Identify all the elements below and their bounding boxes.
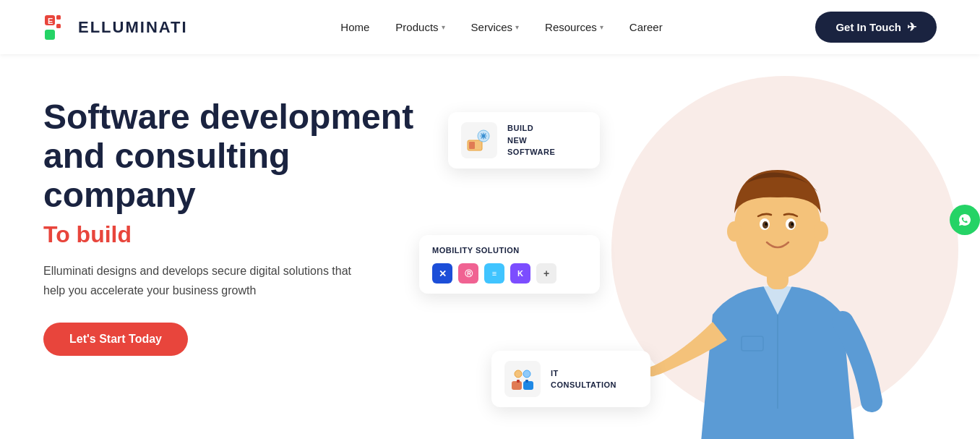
hero-title: Software development and consulting comp…: [43, 98, 434, 214]
hero-person-image: [640, 90, 915, 439]
whatsapp-icon: [955, 210, 974, 229]
nav-link-products[interactable]: Products ▾: [395, 21, 444, 33]
card-build-software: BUILDNEWSOFTWARE: [448, 112, 600, 169]
more-icon: +: [536, 263, 556, 284]
mobility-solution-label: MOBILITY SOLUTION: [432, 245, 520, 256]
nav-link-home[interactable]: Home: [340, 21, 369, 33]
svg-point-10: [523, 370, 530, 378]
nav-links: Home Products ▾ Services ▾ Resources ▾ C…: [340, 21, 662, 33]
it-consultation-icon: [504, 361, 541, 397]
card-it-consultation: ITCONSULTATION: [491, 351, 650, 407]
hero-left: Software development and consulting comp…: [43, 90, 434, 356]
chevron-down-icon: ▾: [600, 23, 603, 31]
svg-point-25: [727, 221, 742, 242]
chevron-down-icon: ▾: [515, 23, 519, 31]
svg-rect-1: [56, 15, 61, 20]
card-mobility-solution: MOBILITY SOLUTION ✕ Ⓡ ≡ K: [419, 235, 600, 294]
svg-rect-3: [56, 24, 61, 28]
nav-item-services[interactable]: Services ▾: [471, 21, 520, 33]
get-in-touch-button[interactable]: Get In Touch ✈: [815, 12, 937, 43]
navbar: E ELLUMINATI Home Products ▾ Services ▾ …: [0, 0, 980, 54]
svg-rect-6: [469, 142, 475, 149]
svg-point-9: [515, 370, 522, 378]
hero-section: Software development and consulting comp…: [0, 54, 980, 439]
send-icon: ✈: [907, 20, 916, 34]
chevron-down-icon: ▾: [442, 23, 445, 31]
nav-item-career[interactable]: Career: [629, 21, 663, 33]
svg-point-26: [814, 221, 828, 242]
mobility-icons: ✕ Ⓡ ≡ K +: [432, 263, 556, 284]
logo[interactable]: E ELLUMINATI: [43, 14, 188, 41]
svg-rect-14: [525, 380, 528, 383]
svg-rect-11: [512, 381, 522, 390]
lets-start-button[interactable]: Let's Start Today: [43, 323, 188, 356]
logo-icon: E: [43, 14, 71, 41]
svg-point-8: [482, 135, 485, 137]
nav-item-products[interactable]: Products ▾: [395, 21, 444, 33]
hero-animated-label: To build: [43, 221, 434, 248]
nav-link-career[interactable]: Career: [629, 21, 663, 33]
build-software-label: BUILDNEWSOFTWARE: [507, 122, 555, 158]
svg-point-23: [765, 223, 768, 226]
react-icon: Ⓡ: [458, 263, 478, 284]
nav-link-services[interactable]: Services ▾: [471, 21, 520, 33]
nav-item-home[interactable]: Home: [340, 21, 369, 33]
xcode-icon: ✕: [432, 263, 452, 284]
whatsapp-button[interactable]: [950, 205, 980, 235]
kotlin-icon: K: [510, 263, 530, 284]
hero-right: BUILDNEWSOFTWARE MOBILITY SOLUTION ✕ Ⓡ ≡: [434, 90, 937, 439]
flutter-icon: ≡: [484, 263, 504, 284]
nav-item-resources[interactable]: Resources ▾: [545, 21, 603, 33]
logo-text: ELLUMINATI: [78, 18, 188, 37]
it-consultation-label: ITCONSULTATION: [551, 367, 616, 391]
nav-link-resources[interactable]: Resources ▾: [545, 21, 603, 33]
build-software-icon: [461, 122, 497, 158]
svg-rect-2: [45, 30, 55, 40]
svg-text:E: E: [48, 17, 53, 25]
svg-rect-12: [523, 381, 533, 390]
svg-point-24: [791, 223, 794, 226]
hero-description: Elluminati designs and develops secure d…: [43, 261, 376, 300]
svg-rect-13: [517, 380, 520, 383]
